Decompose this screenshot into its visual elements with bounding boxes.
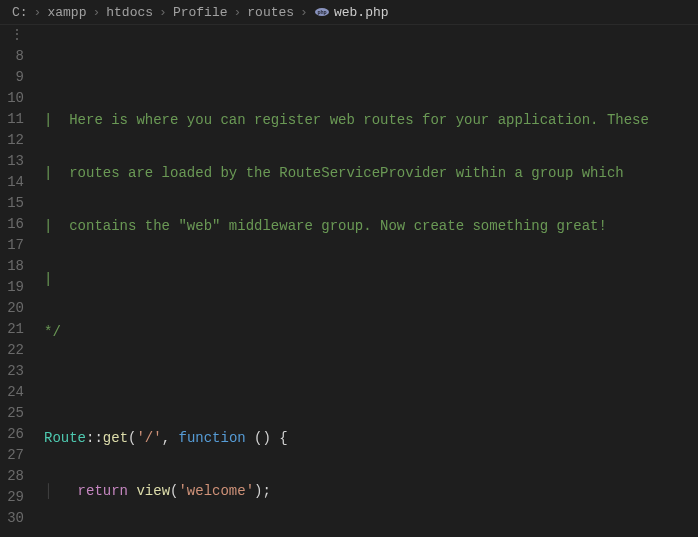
chevron-right-icon: ›: [34, 5, 42, 20]
code-line[interactable]: [44, 57, 698, 78]
breadcrumb-part[interactable]: Profile: [173, 5, 228, 20]
line-number: 10: [0, 88, 24, 109]
code-line[interactable]: [44, 375, 698, 396]
fold-indicator[interactable]: ⋮: [0, 25, 24, 46]
code-line[interactable]: | Here is where you can register web rou…: [44, 110, 698, 131]
line-number: 15: [0, 193, 24, 214]
line-number: 27: [0, 445, 24, 466]
line-number: 18: [0, 256, 24, 277]
line-number: 14: [0, 172, 24, 193]
breadcrumb-part[interactable]: routes: [247, 5, 294, 20]
line-number: 11: [0, 109, 24, 130]
code-content[interactable]: | Here is where you can register web rou…: [44, 25, 698, 537]
chevron-right-icon: ›: [92, 5, 100, 20]
line-number: 12: [0, 130, 24, 151]
chevron-right-icon: ›: [233, 5, 241, 20]
line-number-gutter: ⋮ 8 9 10 11 12 13 14 15 16 17 18 19 20 2…: [0, 25, 44, 537]
line-number: 30: [0, 508, 24, 529]
chevron-right-icon: ›: [159, 5, 167, 20]
svg-text:php: php: [317, 9, 326, 15]
line-number: 17: [0, 235, 24, 256]
line-number: 9: [0, 67, 24, 88]
code-line[interactable]: | contains the "web" middleware group. N…: [44, 216, 698, 237]
line-number: 23: [0, 361, 24, 382]
code-line[interactable]: │ return view('welcome');: [44, 481, 698, 502]
line-number: 16: [0, 214, 24, 235]
breadcrumb-part[interactable]: htdocs: [106, 5, 153, 20]
line-number: 21: [0, 319, 24, 340]
breadcrumb-part[interactable]: xampp: [47, 5, 86, 20]
line-number: 24: [0, 382, 24, 403]
breadcrumb[interactable]: C: › xampp › htdocs › Profile › routes ›…: [0, 0, 698, 25]
breadcrumb-part[interactable]: C:: [12, 5, 28, 20]
line-number: 8: [0, 46, 24, 67]
line-number: 19: [0, 277, 24, 298]
line-number: 26: [0, 424, 24, 445]
chevron-right-icon: ›: [300, 5, 308, 20]
code-editor[interactable]: ⋮ 8 9 10 11 12 13 14 15 16 17 18 19 20 2…: [0, 25, 698, 537]
breadcrumb-file-label: web.php: [334, 5, 389, 20]
code-line[interactable]: Route::get('/', function () {: [44, 428, 698, 449]
line-number: 25: [0, 403, 24, 424]
breadcrumb-current[interactable]: php web.php: [314, 4, 389, 20]
line-number: 29: [0, 487, 24, 508]
line-number: 13: [0, 151, 24, 172]
php-file-icon: php: [314, 4, 330, 20]
line-number: 22: [0, 340, 24, 361]
line-number: 20: [0, 298, 24, 319]
code-line[interactable]: */: [44, 322, 698, 343]
code-line[interactable]: |: [44, 269, 698, 290]
code-line[interactable]: | routes are loaded by the RouteServiceP…: [44, 163, 698, 184]
line-number: 28: [0, 466, 24, 487]
